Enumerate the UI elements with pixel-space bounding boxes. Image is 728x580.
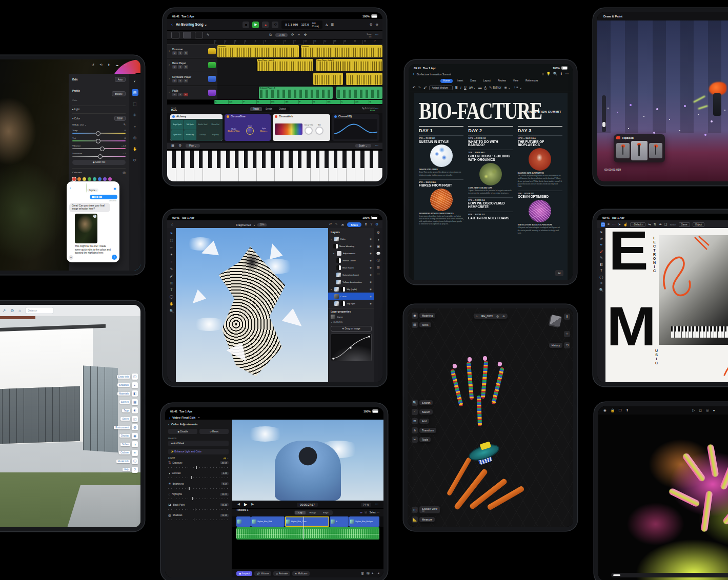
cloud-icon[interactable]: ☁ (115, 64, 119, 67)
flipbook-frame[interactable] (649, 143, 662, 158)
boolean-icon[interactable]: ❏ (664, 223, 668, 226)
eyedropper-tool-icon[interactable]: ✎ (170, 267, 173, 271)
flipbook-panel[interactable]: Flipbook (614, 134, 665, 162)
history-icon[interactable]: ⟲ (99, 64, 102, 67)
insert-left-icon[interactable]: ⇤ (372, 572, 374, 575)
tips-icon[interactable]: 💡 (547, 72, 551, 76)
more-icon[interactable]: ⋯ (124, 64, 128, 67)
clip-selected[interactable]: Skyline_Blue_Close (285, 516, 330, 527)
lasso-tool-icon[interactable]: ⟜ (170, 245, 173, 250)
track-row-bass[interactable]: 2 Bass Player MSR Bass Player - Indie D … (167, 58, 382, 72)
brush-size-slider[interactable] (602, 95, 606, 132)
undo-icon[interactable]: ↶ (329, 223, 332, 226)
scale-select[interactable]: Scale ⌄ (355, 144, 371, 148)
more-icon[interactable]: ⋯ (375, 33, 379, 37)
clip[interactable]: Skyline_Blue_Backgro (349, 516, 379, 527)
layer-row[interactable]: Saturation boost◉ (328, 271, 374, 278)
comments-icon[interactable]: 💬 (376, 252, 380, 256)
select-menu[interactable]: Select ⋯ (370, 511, 379, 514)
model-info-button[interactable]: Model Infoⓘ (116, 458, 138, 464)
settings-icon[interactable]: ⚙ (375, 223, 378, 226)
plugin-tabs[interactable]: TrackSendsOutput (250, 107, 290, 112)
camera-icon[interactable]: ◎ (706, 409, 709, 412)
insert-right-icon[interactable]: ⇥ (377, 572, 379, 575)
loop-icon[interactable]: ∞ (360, 511, 362, 514)
app-icon[interactable]: ◫ (601, 222, 605, 227)
help-icon[interactable]: ? (371, 223, 373, 226)
clip[interactable]: Skyline_Blue_Wide (251, 516, 285, 527)
functions-button[interactable]: ⟡ Fns (275, 33, 288, 37)
saturation-slider[interactable]: Saturation+ 2 (72, 152, 126, 157)
audition-icon[interactable]: ⓐ (367, 572, 370, 575)
layer-row[interactable]: Noise blending◉ (328, 242, 374, 250)
enhance-button[interactable]: ✨ Enhance Light and Color (168, 449, 229, 454)
crop-tool-icon[interactable]: ⌗ (600, 282, 602, 285)
info-icon[interactable]: ⓘ (377, 259, 380, 262)
scenes-button[interactable]: Scenes▦ (119, 399, 138, 405)
zoom-level[interactable]: 74 % (361, 503, 371, 507)
black-point-slider[interactable]: ◪Black Point 15.44 (168, 503, 229, 511)
search-icon[interactable]: 🔍 (553, 72, 557, 76)
help-button[interactable]: Help? (123, 467, 138, 473)
document-title[interactable]: Fragmented ⌄ 26% (236, 223, 266, 226)
curves-editor[interactable] (331, 334, 372, 361)
lock-icon[interactable]: ⌂ (18, 308, 21, 313)
move-icon[interactable]: ✥ (304, 33, 307, 37)
copy-icon[interactable]: ⧉ (269, 33, 272, 37)
track-row-keyboard[interactable]: 3 Keyboard Player MSR (167, 72, 382, 86)
history-button[interactable]: ⟲ History (549, 342, 570, 348)
entity-info-button[interactable]: Entity Infoⓘ (117, 374, 138, 380)
plugin-channel-eq[interactable]: Channel EQ (332, 114, 379, 141)
track-row-pads[interactable]: 4 Pads MSR Keyboard Player - S (167, 86, 382, 100)
snap-setting[interactable]: Snap1/4 (367, 33, 371, 38)
layer-row-selected[interactable]: Curve◉ (328, 293, 374, 300)
layers-icon[interactable]: ≡ (608, 223, 610, 226)
vibrance-slider[interactable]: Vibrance+ 14 (72, 144, 126, 149)
photo-attachment[interactable]: ✕ (75, 214, 97, 243)
move-tool-icon[interactable]: ➤ (600, 231, 602, 234)
soften-button[interactable]: Soften◑ (120, 441, 138, 447)
plugin-alchemy[interactable]: Alchemy Bright Synth Soft Synth Metallic… (170, 114, 223, 141)
back-icon[interactable]: ‹ (171, 22, 173, 27)
contrast-slider[interactable]: ◑Contrast 4.41 (168, 472, 229, 480)
record-icon[interactable]: ◉ (603, 409, 606, 412)
add-tool[interactable]: ⊞Add (412, 418, 429, 424)
add-mask-button[interactable]: ⊞ Add Mask (168, 441, 229, 446)
masking-icon[interactable]: ◒ (132, 123, 138, 130)
render-viewport[interactable] (598, 415, 728, 580)
bold-icon[interactable]: B (455, 86, 458, 90)
adjust-icon[interactable]: ◑ (377, 238, 379, 242)
highlights-slider[interactable]: ◌Highlights 11.27 (168, 493, 229, 501)
settings-icon[interactable]: ⚙ (10, 308, 14, 313)
octave-icon[interactable]: ⋯ (375, 144, 379, 148)
zoom-tool-icon[interactable]: 🔍 (599, 288, 603, 292)
color-section[interactable]: ▾ Color (72, 117, 80, 120)
browser-view-icon[interactable] (195, 32, 203, 38)
drag-on-image-button[interactable]: ✥ Drag on image (331, 326, 372, 332)
inspect-button[interactable]: ▣ Inspect (236, 571, 252, 576)
properties-icon[interactable]: ⚙ (377, 231, 380, 235)
layer-row[interactable]: ▾Adjustments◉ (328, 250, 374, 257)
search-tool[interactable]: 🔍Search (412, 400, 433, 406)
cycle-button[interactable]: ⟲ (272, 22, 278, 28)
shape-tool-icon[interactable]: ◯ (599, 276, 603, 279)
pen-tool-icon[interactable]: ✒ (600, 243, 602, 247)
pencil-tool-icon[interactable]: ✎ (600, 256, 602, 260)
tags-button[interactable]: Tags⬖ (122, 407, 138, 413)
marquee-tool-icon[interactable]: ⬚ (170, 238, 173, 242)
flipbook-frame-current[interactable] (631, 141, 648, 160)
display-button[interactable]: Display◉ (119, 433, 138, 439)
more-icon[interactable]: ⋯ (375, 107, 379, 111)
distance-field[interactable]: Distance (26, 307, 53, 314)
mixer-icon[interactable]: ☰ (331, 23, 334, 27)
share-button[interactable]: Share (347, 222, 361, 227)
italic-icon[interactable]: I (460, 86, 461, 90)
items-menu[interactable]: ▤ Items (412, 322, 431, 328)
layer-row[interactable]: ▾Sky (right)◉ (328, 285, 374, 293)
axis-icon[interactable]: ⊹ (564, 331, 570, 337)
project-title[interactable]: Video Final Edit (172, 416, 195, 419)
shape-tool-icon[interactable]: ◯ (170, 295, 173, 299)
hand-icon[interactable]: ✋ (132, 146, 138, 152)
poster-canvas[interactable]: E M LECTRONIC USIC AW SO (605, 228, 728, 382)
node-tool-icon[interactable]: ☝ (623, 223, 628, 226)
